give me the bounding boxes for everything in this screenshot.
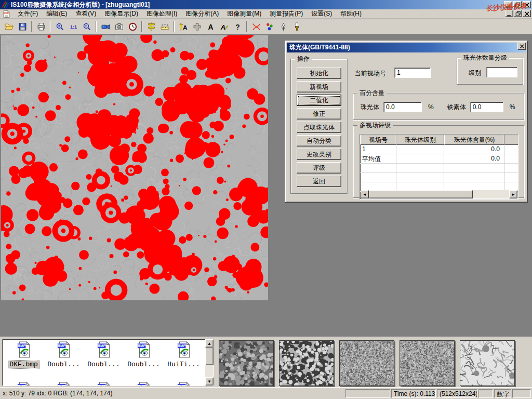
restore-button[interactable] [513,1,522,8]
file-item-3[interactable]: BMPDoubl... [84,341,124,368]
file-item-partial[interactable]: BMP [124,382,164,386]
percent-unit-1: % [428,103,434,111]
svg-text:BMP: BMP [18,344,26,348]
minimize-button[interactable] [505,10,513,17]
percent-input-2[interactable]: 0.0 [470,102,503,112]
file-item-partial[interactable]: BMP [4,382,44,386]
bmp-file-icon: BMP [17,382,31,386]
pen-tool-icon[interactable] [276,20,290,33]
file-name: HuiTi... [166,361,201,368]
rating-cell [396,154,444,164]
thumbnail-4[interactable] [400,340,455,386]
class-dots-icon[interactable] [263,20,276,33]
percent-input-1[interactable]: 0.0 [383,102,422,112]
op-button-2[interactable]: 新视场 [297,81,341,92]
menu-item-2[interactable]: 编辑(E) [42,9,71,19]
dialog-close-button[interactable] [517,43,526,50]
menu-item-1[interactable]: 文件(F) [14,9,42,19]
clock-icon[interactable] [126,20,139,33]
help-icon[interactable]: ? [231,20,244,33]
scroll-left-button[interactable]: ◄ [361,190,369,198]
op-button-7[interactable]: 更改类别 [297,149,341,160]
zoom-out-icon[interactable] [80,20,94,33]
ruler-icon[interactable] [158,20,171,33]
save-icon[interactable] [16,20,29,33]
rating-col-2[interactable]: 珠光体级别 [396,135,444,145]
document-icon[interactable]: DOC [2,10,10,18]
rating-cell [444,173,504,182]
hscroll-thumb[interactable] [369,190,473,198]
menu-item-9[interactable]: 设置(S) [307,9,336,19]
thumbnail-5[interactable] [460,340,515,386]
rating-row-1[interactable]: 10.0 [360,145,518,154]
file-item-2[interactable]: BMPDoubl... [44,341,84,368]
measure-text-icon[interactable]: A [177,20,190,33]
op-button-3[interactable]: 二值化 [297,95,341,106]
scroll-right-button[interactable]: ► [509,190,517,198]
op-button-1[interactable]: 初始化 [297,68,341,79]
video-camera-icon[interactable] [99,20,112,33]
close-button[interactable] [523,10,531,17]
curve-tool-icon[interactable] [249,20,263,33]
file-browser-vscrollbar[interactable]: ▲ ▼ [205,339,214,385]
rating-row-3[interactable] [360,164,518,173]
status-pane-empty-1 [345,389,390,398]
file-item-partial[interactable]: BMP [164,382,204,386]
bmp-file-icon: BMP [57,341,71,360]
file-item-1[interactable]: BMPDKF.bmp [4,341,44,368]
close-button[interactable] [523,1,531,8]
app-icon[interactable] [1,1,9,9]
menu-item-3[interactable]: 查看(V) [71,9,100,19]
bmp-file-icon: BMP [177,382,191,386]
menu-item-6[interactable]: 图像分析(A) [181,9,223,19]
dialog-title-bar[interactable]: 珠光体(GB/T9441-88) [287,43,526,52]
operation-buttons: 初始化新视场二值化修正点取珠光体自动分类更改类别评级返回 [291,59,347,187]
toolbar: 1:1AAA? [0,19,532,34]
minimize-button[interactable] [504,1,512,8]
rating-table[interactable]: 视场号珠光体级别珠光体含量(%)铁素体含量(%) 10.0平均值0.0 ◄ ► [360,134,518,200]
current-field-input[interactable]: 1 [394,68,431,78]
caliper-icon[interactable] [144,20,158,33]
open-folder-icon[interactable] [2,20,16,33]
rating-col-1[interactable]: 视场号 [360,135,396,145]
text-tool-icon[interactable]: A [204,20,217,33]
menu-item-7[interactable]: 图像测量(M) [223,9,265,19]
thumbnail-2[interactable] [279,340,334,386]
file-item-5[interactable]: BMPHuiTi... [164,341,204,368]
menu-item-5[interactable]: 图像处理(I) [142,9,181,19]
thumbnail-1[interactable] [219,340,274,386]
print-icon[interactable] [34,20,48,33]
rating-row-2[interactable]: 平均值0.0 [360,154,518,164]
rating-col-3[interactable]: 珠光体含量(%) [444,135,504,145]
annotate-icon[interactable]: A [217,20,231,33]
op-button-6[interactable]: 自动分类 [297,135,341,147]
grade-input[interactable] [486,67,517,77]
op-button-8[interactable]: 评级 [297,162,341,174]
menu-item-4[interactable]: 图像显示(D) [100,9,142,19]
file-item-partial[interactable]: BMP [44,382,84,386]
rating-table-hscrollbar[interactable]: ◄ ► [361,190,517,198]
micrograph-image[interactable] [1,35,268,300]
status-pane-empty-3 [512,389,531,398]
file-item-4[interactable]: BMPDoubl... [124,341,164,368]
scroll-down-button[interactable]: ▼ [205,377,214,385]
op-button-4[interactable]: 修正 [297,108,341,119]
menu-item-10[interactable]: 帮助(H) [336,9,366,19]
file-item-partial[interactable]: BMP [84,382,124,386]
toolbar-separator [50,21,51,32]
rating-row-4[interactable] [360,173,518,182]
menu-item-8[interactable]: 测量报告(P) [265,9,307,19]
scroll-up-button[interactable]: ▲ [205,339,214,348]
op-button-9[interactable]: 返回 [297,176,341,187]
thumbnail-3[interactable] [339,340,394,386]
zoom-in-icon[interactable] [53,20,66,33]
rating-col-4[interactable]: 铁素体含量(%) [504,135,518,145]
restore-button[interactable] [514,10,522,17]
brush-tool-icon[interactable] [290,20,303,33]
file-list: BMPDKF.bmpBMPDoubl...BMPDoubl...BMPDoubl… [4,341,205,368]
vscroll-thumb[interactable] [205,348,214,365]
actual-size-icon[interactable]: 1:1 [66,20,80,33]
camera-icon[interactable] [112,20,126,33]
grid-plus-icon[interactable] [190,20,204,33]
op-button-5[interactable]: 点取珠光体 [297,122,341,133]
